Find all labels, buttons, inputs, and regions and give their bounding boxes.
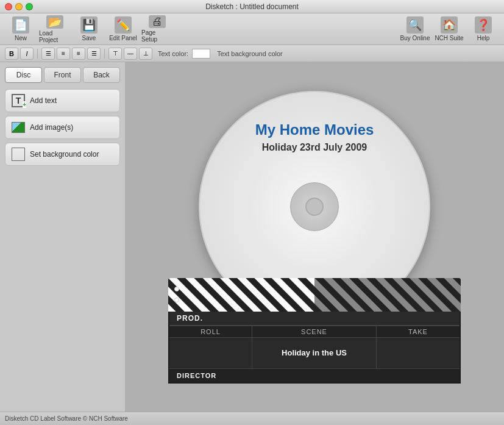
format-separator-1 — [37, 49, 38, 59]
new-label: New — [15, 35, 27, 41]
help-label: Help — [477, 35, 490, 41]
scene-header: SCENE — [252, 326, 377, 337]
valign-bottom-icon: ⊥ — [143, 50, 149, 57]
clapper-prod-row: PROD. — [169, 312, 460, 326]
clapper-content-row: Holiday in the US — [169, 337, 460, 368]
add-text-label: Add text — [30, 96, 57, 105]
edit-panel-button[interactable]: ✏️ Edit Panel — [107, 16, 139, 43]
format-separator-2 — [104, 49, 105, 59]
clapperboard: PROD. ROLL SCENE TAKE Holiday in the US — [168, 278, 461, 384]
valign-middle-icon: — — [127, 50, 133, 57]
nch-suite-label: NCH Suite — [435, 35, 463, 41]
edit-panel-label: Edit Panel — [109, 35, 137, 41]
align-center-icon: ≡ — [62, 50, 65, 57]
roll-content — [169, 338, 252, 368]
take-content — [377, 338, 460, 368]
main-toolbar: 📄 New 📂 Load Project 💾 Save ✏️ Edit Pane… — [0, 13, 504, 45]
italic-button[interactable]: I — [20, 48, 34, 60]
clapper-headers: ROLL SCENE TAKE — [169, 326, 460, 337]
add-images-button[interactable]: Add image(s) — [5, 116, 120, 139]
director-label: DIRECTOR — [177, 372, 216, 379]
set-bg-color-icon — [12, 148, 25, 161]
new-icon: 📄 — [12, 16, 29, 34]
titlebar: Disketch : Untitled document — [0, 0, 504, 13]
buy-online-icon: 🔍 — [406, 16, 424, 34]
status-text: Disketch CD Label Software © NCH Softwar… — [5, 415, 128, 422]
svg-rect-5 — [314, 278, 461, 312]
add-images-label: Add image(s) — [30, 123, 73, 132]
front-tab[interactable]: Front — [44, 67, 81, 83]
clapper-dot-2 — [174, 298, 179, 302]
italic-label: I — [26, 50, 27, 57]
new-button[interactable]: 📄 New — [5, 16, 37, 43]
tab-group: Disc Front Back — [5, 67, 120, 83]
align-left-button[interactable]: ☰ — [41, 48, 55, 60]
bold-button[interactable]: B — [5, 48, 18, 60]
set-bg-color-label: Set background color — [30, 150, 99, 159]
toolbar-right: 🔍 Buy Online 🏠 NCH Suite ❓ Help — [399, 16, 499, 41]
edit-panel-icon: ✏️ — [115, 16, 132, 34]
text-color-picker[interactable] — [192, 49, 210, 59]
format-toolbar: B I ☰ ≡ ≡ ☰ ⊤ — ⊥ Text color: Text backg… — [0, 45, 504, 62]
disc-container: My Home Movies Holiday 23rd July 2009 — [168, 91, 461, 384]
load-project-button[interactable]: 📂 Load Project — [39, 16, 71, 43]
valign-top-button[interactable]: ⊤ — [108, 48, 122, 60]
window-title: Disketch : Untitled document — [205, 2, 299, 11]
align-left-icon: ☰ — [46, 50, 51, 57]
save-button[interactable]: 💾 Save — [73, 16, 105, 43]
help-button[interactable]: ❓ Help — [467, 16, 499, 41]
sidebar: Disc Front Back T Add text Add image(s) — [0, 62, 125, 412]
save-label: Save — [82, 35, 96, 41]
page-setup-button[interactable]: 🖨 Page Setup — [141, 16, 173, 43]
statusbar: Disketch CD Label Software © NCH Softwar… — [0, 412, 504, 425]
valign-middle-button[interactable]: — — [124, 48, 137, 60]
align-center-button[interactable]: ≡ — [57, 48, 70, 60]
valign-top-icon: ⊤ — [113, 50, 118, 57]
take-header: TAKE — [377, 326, 460, 337]
load-label: Load Project — [39, 30, 71, 43]
save-icon: 💾 — [80, 16, 98, 34]
back-tab[interactable]: Back — [83, 67, 120, 83]
text-color-label: Text color: — [158, 50, 188, 57]
clapper-dot-1 — [174, 287, 179, 291]
nch-suite-button[interactable]: 🏠 NCH Suite — [433, 16, 465, 41]
disc-title: My Home Movies — [255, 121, 374, 138]
close-button[interactable] — [5, 3, 12, 10]
clapper-stripe-svg — [168, 278, 461, 312]
window-controls[interactable] — [5, 3, 33, 10]
align-justify-button[interactable]: ☰ — [87, 48, 101, 60]
disc-center-hole — [305, 198, 324, 216]
minimize-button[interactable] — [15, 3, 23, 10]
add-text-icon: T — [12, 94, 25, 107]
align-justify-icon: ☰ — [91, 50, 97, 57]
scene-content: Holiday in the US — [252, 338, 377, 368]
roll-header: ROLL — [169, 326, 252, 337]
add-text-button[interactable]: T Add text — [5, 89, 120, 112]
add-images-icon — [12, 122, 25, 133]
help-icon: ❓ — [475, 16, 492, 34]
disc-tab[interactable]: Disc — [5, 67, 42, 83]
text-bg-color-label: Text background color — [217, 50, 283, 57]
buy-online-label: Buy Online — [400, 35, 430, 41]
page-setup-icon: 🖨 — [149, 15, 166, 28]
align-right-icon: ≡ — [77, 50, 80, 57]
set-background-color-button[interactable]: Set background color — [5, 143, 120, 166]
buy-online-button[interactable]: 🔍 Buy Online — [399, 16, 431, 41]
clapper-body: PROD. ROLL SCENE TAKE Holiday in the US — [168, 312, 461, 384]
valign-bottom-button[interactable]: ⊥ — [139, 48, 152, 60]
bold-label: B — [9, 50, 14, 57]
page-setup-label: Page Setup — [141, 29, 173, 43]
main-area: Disc Front Back T Add text Add image(s) — [0, 62, 504, 412]
svg-rect-4 — [168, 278, 314, 312]
canvas-area[interactable]: My Home Movies Holiday 23rd July 2009 — [125, 62, 504, 412]
maximize-button[interactable] — [26, 3, 33, 10]
disc-subtitle: Holiday 23rd July 2009 — [262, 142, 367, 153]
clapper-dots — [174, 287, 179, 302]
clapper-top — [168, 278, 461, 312]
prod-label: PROD. — [177, 314, 203, 323]
align-right-button[interactable]: ≡ — [72, 48, 85, 60]
load-icon: 📂 — [46, 15, 63, 29]
nch-suite-icon: 🏠 — [441, 16, 458, 34]
clapper-director-row: DIRECTOR — [169, 368, 460, 382]
